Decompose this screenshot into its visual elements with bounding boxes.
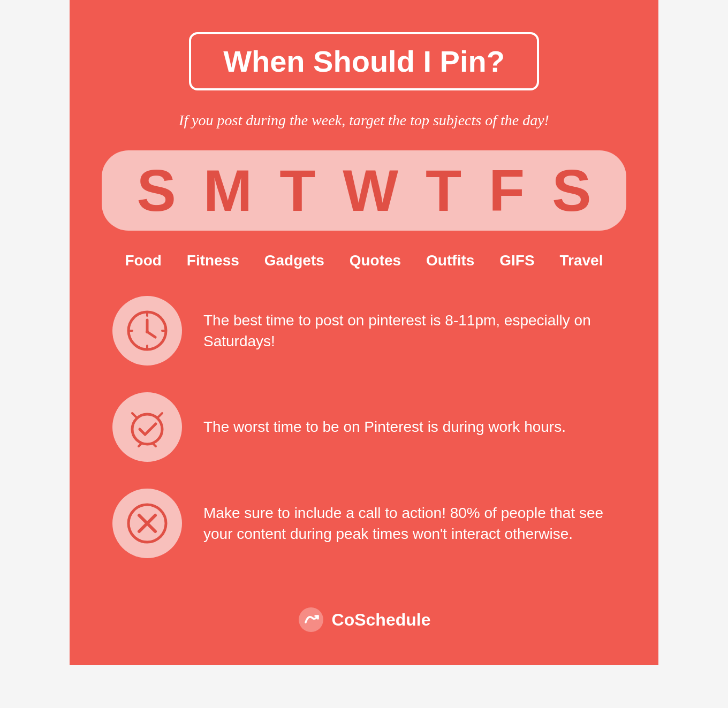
info-section: The best time to post on pinterest is 8-… xyxy=(102,285,626,596)
brand-name: CoSchedule xyxy=(332,610,431,630)
info-item-cross: Make sure to include a call to action! 8… xyxy=(112,489,616,558)
day-tuesday: T xyxy=(279,161,315,220)
svg-line-12 xyxy=(153,443,156,446)
cross-icon-circle xyxy=(112,489,182,558)
topic-gadgets: Gadgets xyxy=(264,252,324,269)
topic-fitness: Fitness xyxy=(187,252,239,269)
topics-row: Food Fitness Gadgets Quotes Outfits GIFS… xyxy=(102,247,626,285)
title-box: When Should I Pin? xyxy=(189,32,539,90)
info-text-alarm: The worst time to be on Pinterest is dur… xyxy=(203,416,566,437)
topic-food: Food xyxy=(125,252,161,269)
clock-icon xyxy=(126,309,169,352)
topic-travel: Travel xyxy=(560,252,603,269)
svg-line-10 xyxy=(158,413,162,417)
svg-line-9 xyxy=(132,413,136,417)
cross-icon xyxy=(126,502,169,545)
info-item-clock: The best time to post on pinterest is 8-… xyxy=(112,296,616,366)
page-title: When Should I Pin? xyxy=(223,44,505,79)
day-wednesday: W xyxy=(343,161,398,220)
svg-point-3 xyxy=(146,330,149,333)
footer: CoSchedule xyxy=(102,606,626,633)
infographic-container: When Should I Pin? If you post during th… xyxy=(70,0,658,665)
days-row: S M T W T F S xyxy=(123,161,605,220)
day-thursday: T xyxy=(426,161,461,220)
day-sunday: S xyxy=(136,161,176,220)
day-friday: F xyxy=(489,161,525,220)
day-saturday: S xyxy=(552,161,591,220)
info-text-cross: Make sure to include a call to action! 8… xyxy=(203,503,605,544)
coschedule-logo-icon xyxy=(298,606,324,633)
svg-point-16 xyxy=(299,607,323,632)
title-section: When Should I Pin? xyxy=(102,32,626,90)
days-section: S M T W T F S xyxy=(102,150,626,231)
svg-point-8 xyxy=(132,414,162,444)
topic-outfits: Outfits xyxy=(426,252,474,269)
svg-line-11 xyxy=(139,443,142,446)
day-monday: M xyxy=(203,161,253,220)
topic-gifs: GIFS xyxy=(499,252,534,269)
info-item-alarm: The worst time to be on Pinterest is dur… xyxy=(112,392,616,462)
topic-quotes: Quotes xyxy=(350,252,401,269)
alarm-icon xyxy=(126,406,169,448)
clock-icon-circle xyxy=(112,296,182,366)
subtitle-text: If you post during the week, target the … xyxy=(102,112,626,129)
info-text-clock: The best time to post on pinterest is 8-… xyxy=(203,310,605,352)
alarm-icon-circle xyxy=(112,392,182,462)
